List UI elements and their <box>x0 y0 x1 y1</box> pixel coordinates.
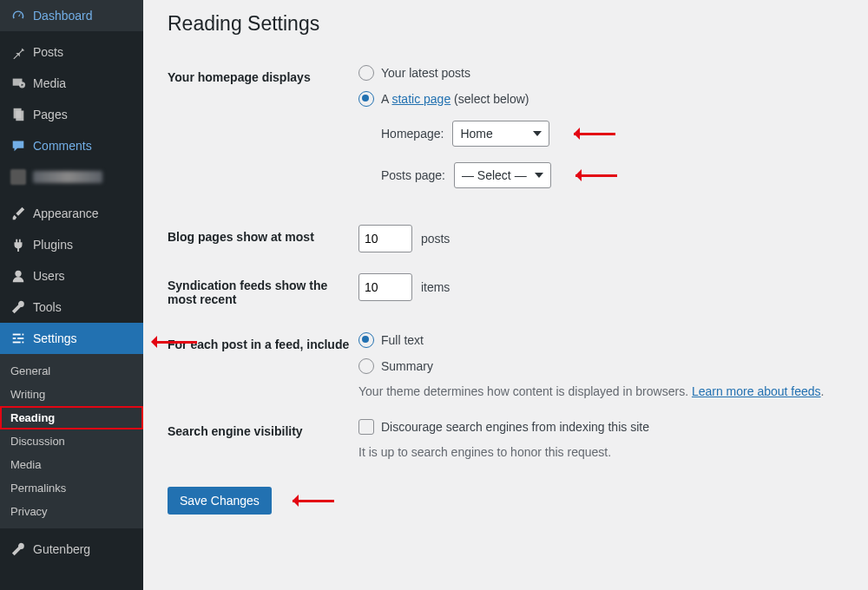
submenu-item-permalinks[interactable]: Permalinks <box>0 476 143 500</box>
learn-more-feeds-link[interactable]: Learn more about feeds <box>692 384 821 398</box>
syndication-heading: Syndication feeds show the most recent <box>168 263 358 322</box>
media-icon <box>10 75 26 91</box>
sidebar-item-appearance[interactable]: Appearance <box>0 198 143 229</box>
sidebar-item-tools[interactable]: Tools <box>0 292 143 323</box>
plug-icon <box>10 237 26 252</box>
sidebar-item-comments[interactable]: Comments <box>0 130 143 161</box>
comment-icon <box>10 138 26 154</box>
svg-rect-5 <box>23 334 24 336</box>
annotation-arrow-icon <box>574 128 626 139</box>
page-title: Reading Settings <box>168 12 844 36</box>
sidebar-item-pages[interactable]: Pages <box>0 99 143 130</box>
site-icon <box>10 169 26 185</box>
submenu-item-writing[interactable]: Writing <box>0 383 143 406</box>
sidebar-item-label: Pages <box>33 108 68 121</box>
svg-point-3 <box>15 271 21 277</box>
sidebar-item-plugins[interactable]: Plugins <box>0 229 143 260</box>
brush-icon <box>10 206 26 221</box>
sidebar-item-label: Gutenberg <box>33 542 90 556</box>
submenu-item-discussion[interactable]: Discussion <box>0 429 143 453</box>
gear-icon <box>10 331 26 346</box>
settings-submenu: General Writing Reading Discussion Media… <box>0 354 143 528</box>
svg-rect-2 <box>16 111 23 121</box>
dashboard-icon <box>10 8 26 23</box>
save-changes-button[interactable]: Save Changes <box>168 487 272 515</box>
site-name-blurred <box>33 171 102 183</box>
homepage-displays-heading: Your homepage displays <box>168 55 358 214</box>
seo-discourage-checkbox[interactable] <box>358 419 374 435</box>
sidebar-item-settings[interactable]: Settings <box>0 323 143 354</box>
homepage-select-label: Homepage: <box>381 127 444 141</box>
sidebar-item-label: Dashboard <box>33 9 93 23</box>
sidebar-item-site[interactable] <box>0 161 143 193</box>
syndication-input[interactable] <box>358 273 412 301</box>
seo-description: It is up to search engines to honor this… <box>358 445 844 459</box>
feed-include-heading: For each post in a feed, include <box>168 322 358 409</box>
sidebar-item-label: Tools <box>33 300 62 314</box>
sidebar-item-media[interactable]: Media <box>0 68 143 99</box>
static-page-link[interactable]: static page <box>391 92 450 106</box>
sidebar-item-users[interactable]: Users <box>0 260 143 292</box>
radio-full-text[interactable] <box>358 332 374 348</box>
user-icon <box>10 268 26 284</box>
radio-latest-posts[interactable] <box>358 65 374 81</box>
radio-full-text-label: Full text <box>381 333 424 347</box>
wrench-icon <box>10 541 26 557</box>
radio-static-page-label: A static page (select below) <box>381 92 529 106</box>
annotation-arrow-icon <box>293 495 345 506</box>
svg-rect-9 <box>23 342 24 344</box>
seo-heading: Search engine visibility <box>168 409 358 469</box>
homepage-select[interactable]: Home <box>452 121 549 147</box>
radio-latest-posts-label: Your latest posts <box>381 66 470 80</box>
svg-rect-6 <box>13 338 16 339</box>
settings-content: Reading Settings Your homepage displays … <box>143 0 868 590</box>
blog-pages-heading: Blog pages show at most <box>168 214 358 263</box>
syndication-unit: items <box>421 280 450 294</box>
submenu-item-media[interactable]: Media <box>0 453 143 476</box>
pin-icon <box>10 44 26 60</box>
posts-page-select-label: Posts page: <box>381 168 445 182</box>
sidebar-item-dashboard[interactable]: Dashboard <box>0 0 143 31</box>
submenu-item-reading[interactable]: Reading <box>0 406 143 429</box>
admin-sidebar: Dashboard Posts Media Pages Comments <box>0 0 143 590</box>
sidebar-item-label: Appearance <box>33 206 99 220</box>
feed-description: Your theme determines how content is dis… <box>358 384 844 398</box>
sidebar-item-label: Plugins <box>33 238 73 252</box>
settings-form: Your homepage displays Your latest posts… <box>168 55 844 469</box>
radio-summary-label: Summary <box>381 359 433 373</box>
sidebar-item-label: Comments <box>33 139 92 153</box>
sidebar-item-label: Settings <box>33 331 77 345</box>
annotation-arrow-icon <box>575 170 628 180</box>
submenu-item-general[interactable]: General <box>0 359 143 383</box>
blog-pages-unit: posts <box>421 232 450 246</box>
sidebar-item-gutenberg[interactable]: Gutenberg <box>0 534 143 565</box>
svg-rect-4 <box>13 334 21 336</box>
radio-static-page[interactable] <box>358 91 374 107</box>
svg-rect-7 <box>17 338 23 339</box>
blog-pages-input[interactable] <box>358 225 412 252</box>
sidebar-item-posts[interactable]: Posts <box>0 36 143 68</box>
pages-icon <box>10 107 26 122</box>
annotation-arrow-icon <box>145 337 197 347</box>
sidebar-item-label: Media <box>33 76 66 90</box>
seo-checkbox-label: Discourage search engines from indexing … <box>381 420 649 434</box>
sidebar-item-label: Users <box>33 269 65 283</box>
posts-page-select[interactable]: — Select — <box>454 162 551 188</box>
svg-rect-8 <box>13 342 21 344</box>
wrench-icon <box>10 299 26 315</box>
radio-summary[interactable] <box>358 358 374 374</box>
submenu-item-privacy[interactable]: Privacy <box>0 500 143 523</box>
sidebar-item-label: Posts <box>33 45 63 59</box>
